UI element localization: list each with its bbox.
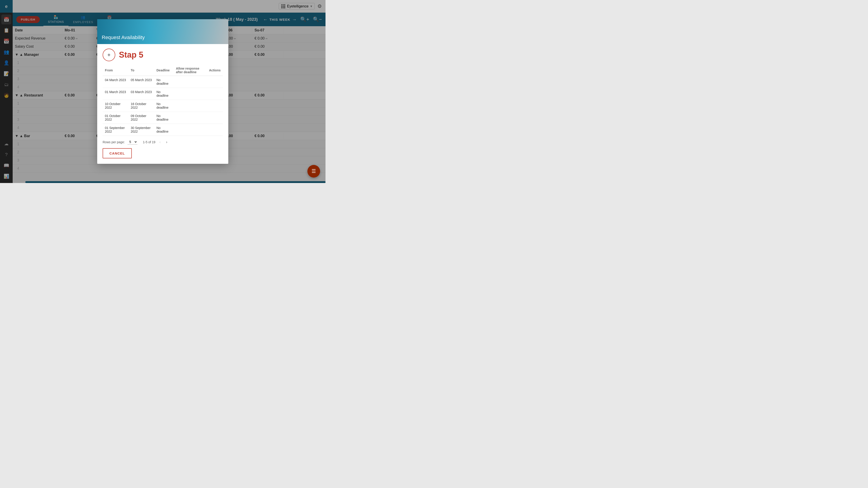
- deadline-1: No deadline: [154, 76, 174, 88]
- allow-4: [174, 112, 207, 124]
- from-5: 01 September 2022: [103, 124, 128, 136]
- rows-per-page-select[interactable]: 5 10 25: [127, 139, 137, 144]
- pagination-row: Rows per page: 5 10 25 1-5 of 19 ‹ ›: [103, 136, 223, 147]
- deadline-3: No deadline: [154, 100, 174, 112]
- actions-2: [207, 88, 223, 100]
- allow-3: [174, 100, 207, 112]
- from-3: 10 October 2022: [103, 100, 128, 112]
- step-row: + Stap 5: [103, 44, 223, 65]
- add-button[interactable]: +: [103, 48, 115, 61]
- table-row: 01 March 2023 03 March 2023 No deadline: [103, 88, 223, 100]
- page-info: 1-5 of 19: [143, 140, 155, 144]
- to-1: 05 March 2023: [128, 76, 154, 88]
- table-row: 01 September 2022 30 September 2022 No d…: [103, 124, 223, 136]
- from-4: 01 October 2022: [103, 112, 128, 124]
- actions-3: [207, 100, 223, 112]
- availability-table-body: 04 March 2023 05 March 2023 No deadline …: [103, 76, 223, 136]
- prev-page-button[interactable]: ‹: [158, 140, 162, 144]
- cancel-button[interactable]: CANCEL: [103, 148, 132, 158]
- from-1: 04 March 2023: [103, 76, 128, 88]
- modal-header-image: Request Availability: [97, 19, 228, 44]
- from-2: 01 March 2023: [103, 88, 128, 100]
- deadline-4: No deadline: [154, 112, 174, 124]
- col-deadline: Deadline: [154, 65, 174, 76]
- fab-menu-button[interactable]: ☰: [307, 165, 320, 177]
- to-3: 16 October 2022: [128, 100, 154, 112]
- step-title: Stap 5: [119, 50, 143, 60]
- table-header-row: From To Deadline Allow response after de…: [103, 65, 223, 76]
- table-row: 04 March 2023 05 March 2023 No deadline: [103, 76, 223, 88]
- menu-icon: ☰: [311, 168, 316, 174]
- modal-overlay: Request Availability + Stap 5 From To De…: [0, 0, 326, 183]
- modal-body: + Stap 5 From To Deadline Allow response…: [97, 44, 228, 164]
- actions-1: [207, 76, 223, 88]
- actions-5: [207, 124, 223, 136]
- to-2: 03 March 2023: [128, 88, 154, 100]
- to-5: 30 September 2022: [128, 124, 154, 136]
- actions-4: [207, 112, 223, 124]
- col-from: From: [103, 65, 128, 76]
- availability-table: From To Deadline Allow response after de…: [103, 65, 223, 136]
- table-row: 10 October 2022 16 October 2022 No deadl…: [103, 100, 223, 112]
- col-to: To: [128, 65, 154, 76]
- next-page-button[interactable]: ›: [165, 140, 168, 144]
- col-allow: Allow response after deadline: [174, 65, 207, 76]
- allow-1: [174, 76, 207, 88]
- to-4: 09 October 2022: [128, 112, 154, 124]
- allow-2: [174, 88, 207, 100]
- deadline-2: No deadline: [154, 88, 174, 100]
- modal-title: Request Availability: [102, 35, 145, 40]
- request-availability-modal: Request Availability + Stap 5 From To De…: [97, 19, 228, 164]
- table-row: 01 October 2022 09 October 2022 No deadl…: [103, 112, 223, 124]
- allow-5: [174, 124, 207, 136]
- rows-per-page-label: Rows per page:: [103, 140, 125, 144]
- deadline-5: No deadline: [154, 124, 174, 136]
- col-actions: Actions: [207, 65, 223, 76]
